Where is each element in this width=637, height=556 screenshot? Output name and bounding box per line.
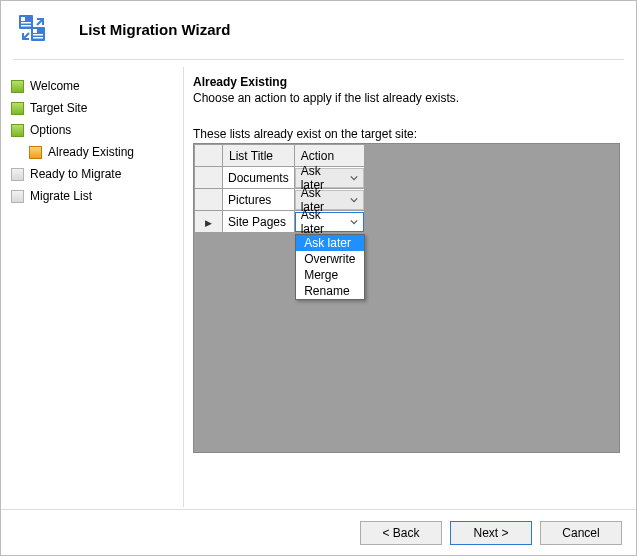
step-status-icon (11, 124, 24, 137)
chevron-down-icon[interactable] (347, 171, 361, 185)
svg-rect-6 (33, 34, 43, 36)
cell-list-title: Pictures (223, 193, 294, 207)
page-title: Already Existing (193, 75, 620, 89)
vertical-separator (183, 67, 184, 507)
svg-rect-3 (21, 25, 31, 27)
next-button[interactable]: Next > (450, 521, 532, 545)
step-migrate-list[interactable]: Migrate List (11, 185, 173, 207)
grid-corner (195, 145, 223, 167)
chevron-down-icon[interactable] (347, 215, 361, 229)
svg-rect-5 (33, 29, 37, 33)
svg-rect-1 (21, 17, 25, 21)
step-status-icon (11, 80, 24, 93)
wizard-header: List Migration Wizard (1, 1, 636, 55)
action-dropdown[interactable]: Ask later (295, 190, 364, 210)
step-status-icon (11, 190, 24, 203)
row-header[interactable] (195, 211, 223, 233)
header-separator (13, 59, 624, 60)
step-status-icon (11, 168, 24, 181)
action-dropdown[interactable]: Ask later (295, 212, 364, 232)
dropdown-option[interactable]: Merge (296, 267, 364, 283)
grid-row[interactable]: Site PagesAsk later (195, 211, 365, 233)
dropdown-option[interactable]: Ask later (296, 235, 364, 251)
dropdown-option[interactable]: Rename (296, 283, 364, 299)
row-header[interactable] (195, 167, 223, 189)
wizard-steps-sidebar: WelcomeTarget SiteOptionsAlready Existin… (1, 67, 173, 507)
lists-grid[interactable]: List Title Action DocumentsAsk laterPict… (193, 143, 620, 453)
wizard-icon (17, 13, 49, 45)
action-dropdown[interactable]: Ask later (295, 168, 364, 188)
back-button[interactable]: < Back (360, 521, 442, 545)
step-status-icon (11, 102, 24, 115)
grid-caption: These lists already exist on the target … (193, 127, 620, 141)
wizard-footer: < Back Next > Cancel (1, 509, 636, 555)
action-dropdown-list[interactable]: Ask laterOverwriteMergeRename (295, 234, 365, 300)
step-label: Target Site (30, 101, 87, 115)
action-value: Ask later (301, 208, 347, 236)
step-status-icon (29, 146, 42, 159)
cancel-button[interactable]: Cancel (540, 521, 622, 545)
step-label: Options (30, 123, 71, 137)
svg-rect-7 (33, 37, 43, 39)
col-header-title[interactable]: List Title (223, 145, 295, 167)
cell-list-title: Documents (223, 171, 294, 185)
wizard-page: Already Existing Choose an action to app… (173, 67, 636, 507)
cell-list-title: Site Pages (223, 215, 294, 229)
step-ready-to-migrate[interactable]: Ready to Migrate (11, 163, 173, 185)
page-subtitle: Choose an action to apply if the list al… (193, 91, 620, 105)
step-options[interactable]: Options (11, 119, 173, 141)
step-label: Welcome (30, 79, 80, 93)
step-already-existing[interactable]: Already Existing (11, 141, 173, 163)
dropdown-option[interactable]: Overwrite (296, 251, 364, 267)
chevron-down-icon[interactable] (347, 193, 361, 207)
step-label: Already Existing (48, 145, 134, 159)
row-header[interactable] (195, 189, 223, 211)
svg-rect-2 (21, 22, 31, 24)
step-target-site[interactable]: Target Site (11, 97, 173, 119)
step-label: Migrate List (30, 189, 92, 203)
step-welcome[interactable]: Welcome (11, 75, 173, 97)
step-label: Ready to Migrate (30, 167, 121, 181)
wizard-title: List Migration Wizard (79, 21, 231, 38)
